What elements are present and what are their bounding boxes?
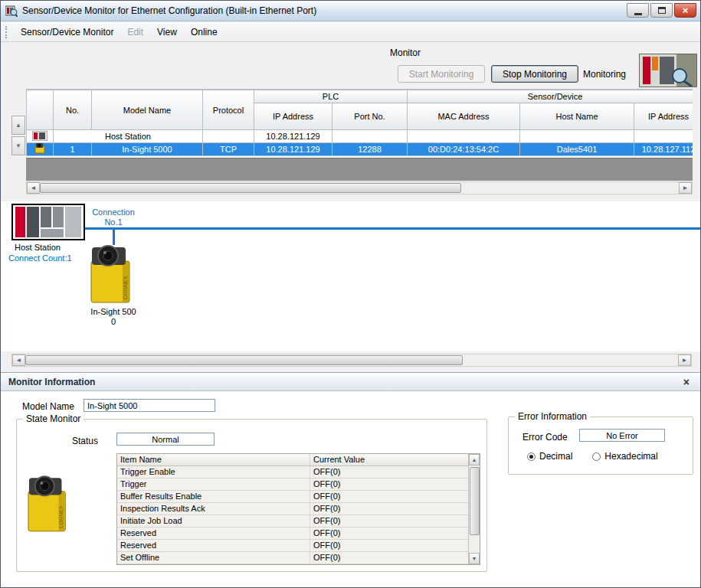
state-monitor-group: State Monitor Status Normal COGNEX Item: [16, 419, 487, 572]
item-row[interactable]: Trigger Enable OFF(0): [117, 466, 468, 479]
cell-no: 1: [54, 143, 92, 156]
scrollbar-thumb[interactable]: [25, 355, 463, 365]
host-station-node[interactable]: [11, 204, 85, 240]
menu-sensor-device-monitor[interactable]: Sensor/Device Monitor: [14, 24, 120, 41]
item-row[interactable]: Trigger OFF(0): [117, 479, 468, 491]
state-monitor-legend: State Monitor: [23, 413, 84, 424]
table-empty-area: [26, 158, 693, 181]
cell-host: Dales5401: [520, 143, 634, 156]
scroll-left-button[interactable]: ◄: [27, 182, 40, 194]
scrollbar-track[interactable]: [469, 466, 480, 553]
item-row[interactable]: Buffer Results Enable OFF(0): [117, 491, 468, 503]
item-name: Trigger Enable: [117, 466, 310, 478]
error-code-field: No Error: [579, 429, 665, 442]
model-name-field[interactable]: In-Sight 5000: [84, 399, 215, 412]
state-items-table: Item Name Current Value Trigger Enable O…: [116, 453, 480, 565]
cell-model: Host Station: [54, 130, 203, 143]
radio-hexadecimal-dot: [592, 452, 601, 461]
right-arrow-icon: ►: [682, 357, 688, 364]
toolbar-grip: [5, 26, 9, 38]
radio-hexadecimal-label: Hexadecimal: [604, 451, 657, 462]
col-group-plc: PLC: [254, 90, 408, 103]
item-name: Set Offline: [117, 552, 310, 564]
item-value: OFF(0): [310, 503, 468, 514]
down-arrow-icon: ▼: [472, 556, 477, 561]
close-icon: ×: [683, 5, 689, 16]
cell-protocol: TCP: [203, 143, 254, 156]
col-host-name: Host Name: [520, 103, 634, 130]
item-row[interactable]: Set Offline OFF(0): [117, 552, 468, 564]
minimize-button[interactable]: [627, 3, 649, 18]
radio-decimal-label: Decimal: [539, 451, 572, 462]
panel-header: Monitor Information ×: [1, 373, 700, 391]
item-row[interactable]: Initiate Job Load OFF(0): [117, 515, 468, 528]
window-title: Sensor/Device Monitor for Ethernet Confi…: [22, 5, 316, 16]
item-value: OFF(0): [310, 528, 468, 539]
maximize-button[interactable]: [650, 3, 673, 18]
menu-online[interactable]: Online: [184, 24, 224, 41]
cell-host: [520, 130, 634, 143]
items-vertical-scrollbar[interactable]: ▲ ▼: [468, 454, 480, 564]
diagram-horizontal-scrollbar[interactable]: ◄ ►: [11, 354, 692, 367]
item-row[interactable]: Inspection Results Ack OFF(0): [117, 503, 468, 515]
error-information-legend: Error Information: [515, 411, 590, 422]
scroll-down-button[interactable]: ▼: [469, 553, 480, 564]
item-name: Initiate Job Load: [117, 515, 310, 527]
table-row-host-station[interactable]: Host Station 10.28.121.129: [27, 130, 693, 143]
col-sensor-ip-address: IP Address: [634, 103, 693, 130]
radio-decimal-dot: [527, 452, 536, 461]
scrollbar-thumb[interactable]: [470, 467, 480, 535]
radio-hexadecimal[interactable]: Hexadecimal: [592, 451, 657, 462]
scroll-right-button[interactable]: ►: [678, 354, 691, 366]
panel-title: Monitor Information: [8, 377, 95, 387]
status-label: Status: [72, 436, 98, 446]
up-arrow-icon: ▲: [15, 122, 21, 129]
scroll-up-button[interactable]: ▲: [469, 454, 480, 466]
col-plc-ip-address: IP Address: [254, 103, 332, 130]
scrollbar-track[interactable]: [40, 182, 679, 194]
up-arrow-icon: ▲: [472, 457, 477, 462]
svg-text:COGNEX: COGNEX: [58, 505, 64, 528]
item-name: Trigger: [117, 479, 310, 490]
cell-ip: [634, 130, 693, 143]
host-station-icon: [32, 131, 47, 141]
scroll-right-button[interactable]: ►: [679, 182, 692, 194]
radio-decimal[interactable]: Decimal: [527, 451, 572, 462]
camera-caption: In-Sight 500 0: [80, 307, 146, 327]
table-row-device-1[interactable]: 1 In-Sight 5000 TCP 10.28.121.129 12288 …: [27, 143, 693, 156]
in-sight-camera-node[interactable]: COGNEX: [90, 244, 137, 305]
cell-protocol: [203, 130, 254, 143]
move-row-down-button[interactable]: ▼: [11, 136, 25, 155]
item-row[interactable]: Reserved OFF(0): [117, 540, 468, 552]
start-monitoring-button: Start Monitoring: [398, 65, 485, 83]
menu-view[interactable]: View: [150, 24, 184, 41]
cell-plc-ip: 10.28.121.129: [254, 143, 332, 156]
cell-mac: [408, 130, 520, 143]
table-horizontal-scrollbar[interactable]: ◄ ►: [26, 181, 693, 194]
col-icon: [27, 90, 54, 130]
move-row-up-button[interactable]: ▲: [11, 116, 25, 135]
scrollbar-track[interactable]: [25, 354, 678, 366]
stop-monitoring-button[interactable]: Stop Monitoring: [491, 65, 578, 83]
item-row[interactable]: Reserved OFF(0): [117, 528, 468, 540]
col-protocol: Protocol: [203, 90, 254, 130]
close-button[interactable]: ×: [674, 3, 696, 18]
cell-plc-ip: 10.28.121.129: [254, 130, 332, 143]
item-name: Inspection Results Ack: [117, 503, 310, 514]
cell-ip: 10.28.127.112: [634, 143, 693, 156]
col-no: No.: [54, 90, 92, 130]
col-model-name: Model Name: [92, 90, 203, 130]
cell-port: 12288: [332, 143, 408, 156]
panel-close-button[interactable]: ×: [680, 376, 693, 388]
col-group-sensor-device: Sensor/Device: [408, 90, 693, 103]
model-name-label: Model Name: [22, 401, 74, 412]
col-item-name: Item Name: [117, 454, 310, 466]
app-window: Sensor/Device Monitor for Ethernet Confi…: [0, 0, 701, 588]
cell-model: In-Sight 5000: [92, 143, 203, 156]
item-value: OFF(0): [310, 552, 468, 564]
scroll-left-button[interactable]: ◄: [12, 354, 25, 366]
network-drop-line: [113, 230, 115, 245]
scrollbar-thumb[interactable]: [40, 183, 461, 193]
left-arrow-icon: ◄: [16, 357, 22, 364]
minimize-icon: [634, 13, 642, 15]
